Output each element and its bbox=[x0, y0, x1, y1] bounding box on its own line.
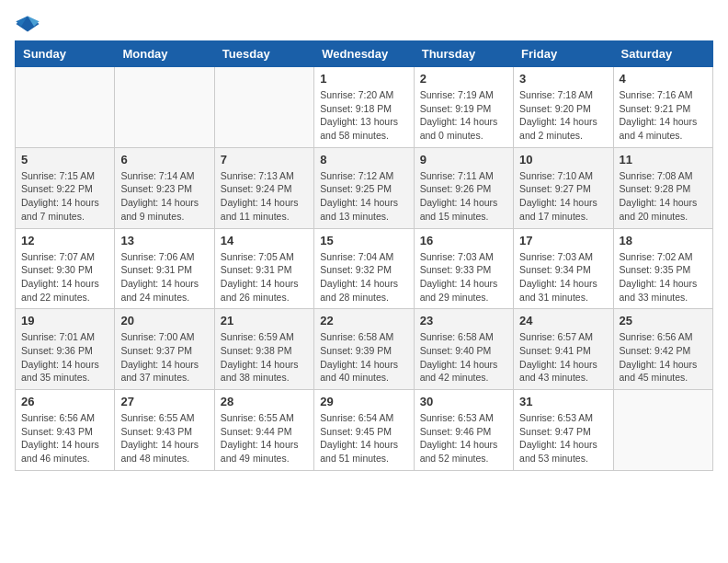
calendar-cell bbox=[16, 67, 115, 148]
day-number: 2 bbox=[420, 72, 507, 86]
day-number: 3 bbox=[519, 72, 607, 86]
calendar-week-row: 26Sunrise: 6:56 AMSunset: 9:43 PMDayligh… bbox=[16, 390, 713, 471]
calendar-cell bbox=[214, 67, 313, 148]
calendar-cell: 3Sunrise: 7:18 AMSunset: 9:20 PMDaylight… bbox=[514, 67, 613, 148]
day-number: 8 bbox=[320, 153, 407, 167]
calendar-header-tuesday: Tuesday bbox=[214, 41, 313, 67]
calendar-cell: 31Sunrise: 6:53 AMSunset: 9:47 PMDayligh… bbox=[514, 390, 613, 471]
day-info: Sunrise: 7:11 AMSunset: 9:26 PMDaylight:… bbox=[420, 169, 507, 224]
day-number: 23 bbox=[420, 314, 507, 327]
calendar-cell: 6Sunrise: 7:14 AMSunset: 9:23 PMDaylight… bbox=[115, 147, 214, 228]
day-number: 10 bbox=[519, 153, 607, 167]
calendar-cell: 5Sunrise: 7:15 AMSunset: 9:22 PMDaylight… bbox=[16, 147, 115, 228]
calendar-cell: 24Sunrise: 6:57 AMSunset: 9:41 PMDayligh… bbox=[514, 309, 613, 390]
day-number: 12 bbox=[21, 234, 108, 247]
day-number: 7 bbox=[221, 153, 308, 167]
calendar-cell: 18Sunrise: 7:02 AMSunset: 9:35 PMDayligh… bbox=[613, 228, 712, 309]
day-info: Sunrise: 7:02 AMSunset: 9:35 PMDaylight:… bbox=[620, 250, 707, 304]
day-number: 26 bbox=[21, 395, 108, 408]
day-number: 29 bbox=[320, 395, 407, 408]
calendar-header-sunday: Sunday bbox=[16, 41, 115, 67]
calendar-cell: 25Sunrise: 6:56 AMSunset: 9:42 PMDayligh… bbox=[613, 309, 712, 390]
day-number: 16 bbox=[420, 234, 507, 247]
day-number: 17 bbox=[519, 234, 607, 247]
day-number: 28 bbox=[221, 395, 308, 408]
day-number: 18 bbox=[620, 234, 707, 247]
day-number: 30 bbox=[420, 395, 507, 408]
day-info: Sunrise: 6:55 AMSunset: 9:43 PMDaylight:… bbox=[120, 411, 208, 465]
calendar-header-wednesday: Wednesday bbox=[314, 41, 414, 67]
day-info: Sunrise: 7:14 AMSunset: 9:23 PMDaylight:… bbox=[120, 169, 208, 224]
day-info: Sunrise: 7:06 AMSunset: 9:31 PMDaylight:… bbox=[120, 250, 208, 304]
day-number: 4 bbox=[620, 72, 707, 86]
calendar-week-row: 12Sunrise: 7:07 AMSunset: 9:30 PMDayligh… bbox=[16, 228, 713, 309]
logo-icon bbox=[15, 15, 40, 33]
day-info: Sunrise: 7:15 AMSunset: 9:22 PMDaylight:… bbox=[21, 169, 108, 224]
day-info: Sunrise: 7:12 AMSunset: 9:25 PMDaylight:… bbox=[320, 169, 407, 224]
day-info: Sunrise: 7:04 AMSunset: 9:32 PMDaylight:… bbox=[320, 250, 407, 304]
calendar-cell: 28Sunrise: 6:55 AMSunset: 9:44 PMDayligh… bbox=[214, 390, 313, 471]
calendar-cell: 22Sunrise: 6:58 AMSunset: 9:39 PMDayligh… bbox=[314, 309, 414, 390]
day-info: Sunrise: 7:01 AMSunset: 9:36 PMDaylight:… bbox=[21, 330, 108, 385]
day-info: Sunrise: 7:05 AMSunset: 9:31 PMDaylight:… bbox=[221, 250, 308, 304]
calendar-cell: 20Sunrise: 7:00 AMSunset: 9:37 PMDayligh… bbox=[115, 309, 214, 390]
day-info: Sunrise: 6:56 AMSunset: 9:42 PMDaylight:… bbox=[620, 330, 707, 385]
day-number: 24 bbox=[519, 314, 607, 327]
calendar-week-row: 5Sunrise: 7:15 AMSunset: 9:22 PMDaylight… bbox=[16, 147, 713, 228]
calendar-cell bbox=[115, 67, 214, 148]
day-info: Sunrise: 7:07 AMSunset: 9:30 PMDaylight:… bbox=[21, 250, 108, 304]
day-number: 11 bbox=[620, 153, 707, 167]
day-info: Sunrise: 7:03 AMSunset: 9:33 PMDaylight:… bbox=[420, 250, 507, 304]
day-info: Sunrise: 6:59 AMSunset: 9:38 PMDaylight:… bbox=[221, 330, 308, 385]
day-info: Sunrise: 6:58 AMSunset: 9:40 PMDaylight:… bbox=[420, 330, 507, 385]
calendar-cell: 2Sunrise: 7:19 AMSunset: 9:19 PMDaylight… bbox=[414, 67, 513, 148]
calendar-cell: 17Sunrise: 7:03 AMSunset: 9:34 PMDayligh… bbox=[514, 228, 613, 309]
calendar-cell: 21Sunrise: 6:59 AMSunset: 9:38 PMDayligh… bbox=[214, 309, 313, 390]
day-info: Sunrise: 7:08 AMSunset: 9:28 PMDaylight:… bbox=[620, 169, 707, 224]
calendar-cell: 7Sunrise: 7:13 AMSunset: 9:24 PMDaylight… bbox=[214, 147, 313, 228]
calendar-week-row: 1Sunrise: 7:20 AMSunset: 9:18 PMDaylight… bbox=[16, 67, 713, 148]
day-info: Sunrise: 6:56 AMSunset: 9:43 PMDaylight:… bbox=[21, 411, 108, 465]
calendar-table: SundayMondayTuesdayWednesdayThursdayFrid… bbox=[15, 40, 713, 471]
day-number: 22 bbox=[320, 314, 407, 327]
calendar-cell: 1Sunrise: 7:20 AMSunset: 9:18 PMDaylight… bbox=[314, 67, 414, 148]
day-number: 20 bbox=[120, 314, 208, 327]
calendar-cell: 26Sunrise: 6:56 AMSunset: 9:43 PMDayligh… bbox=[16, 390, 115, 471]
day-number: 27 bbox=[120, 395, 208, 408]
calendar-cell: 16Sunrise: 7:03 AMSunset: 9:33 PMDayligh… bbox=[414, 228, 513, 309]
day-number: 31 bbox=[519, 395, 607, 408]
day-number: 6 bbox=[120, 153, 208, 167]
calendar-cell: 27Sunrise: 6:55 AMSunset: 9:43 PMDayligh… bbox=[115, 390, 214, 471]
day-info: Sunrise: 7:03 AMSunset: 9:34 PMDaylight:… bbox=[519, 250, 607, 304]
day-info: Sunrise: 6:58 AMSunset: 9:39 PMDaylight:… bbox=[320, 330, 407, 385]
calendar-cell: 30Sunrise: 6:53 AMSunset: 9:46 PMDayligh… bbox=[414, 390, 513, 471]
day-number: 9 bbox=[420, 153, 507, 167]
day-number: 1 bbox=[320, 72, 407, 86]
calendar-cell: 11Sunrise: 7:08 AMSunset: 9:28 PMDayligh… bbox=[613, 147, 712, 228]
calendar-cell: 14Sunrise: 7:05 AMSunset: 9:31 PMDayligh… bbox=[214, 228, 313, 309]
calendar-cell bbox=[613, 390, 712, 471]
day-number: 25 bbox=[620, 314, 707, 327]
calendar-header-monday: Monday bbox=[115, 41, 214, 67]
logo bbox=[15, 15, 44, 33]
calendar-cell: 23Sunrise: 6:58 AMSunset: 9:40 PMDayligh… bbox=[414, 309, 513, 390]
calendar-cell: 29Sunrise: 6:54 AMSunset: 9:45 PMDayligh… bbox=[314, 390, 414, 471]
calendar-header-thursday: Thursday bbox=[414, 41, 513, 67]
calendar-header-row: SundayMondayTuesdayWednesdayThursdayFrid… bbox=[16, 41, 713, 67]
page-header bbox=[15, 15, 713, 33]
calendar-cell: 4Sunrise: 7:16 AMSunset: 9:21 PMDaylight… bbox=[613, 67, 712, 148]
day-info: Sunrise: 6:55 AMSunset: 9:44 PMDaylight:… bbox=[221, 411, 308, 465]
calendar-cell: 10Sunrise: 7:10 AMSunset: 9:27 PMDayligh… bbox=[514, 147, 613, 228]
day-info: Sunrise: 6:54 AMSunset: 9:45 PMDaylight:… bbox=[320, 411, 407, 465]
calendar-cell: 19Sunrise: 7:01 AMSunset: 9:36 PMDayligh… bbox=[16, 309, 115, 390]
day-info: Sunrise: 7:19 AMSunset: 9:19 PMDaylight:… bbox=[420, 88, 507, 143]
calendar-cell: 9Sunrise: 7:11 AMSunset: 9:26 PMDaylight… bbox=[414, 147, 513, 228]
day-number: 13 bbox=[120, 234, 208, 247]
day-info: Sunrise: 7:10 AMSunset: 9:27 PMDaylight:… bbox=[519, 169, 607, 224]
day-info: Sunrise: 6:57 AMSunset: 9:41 PMDaylight:… bbox=[519, 330, 607, 385]
day-info: Sunrise: 7:20 AMSunset: 9:18 PMDaylight:… bbox=[320, 88, 407, 143]
calendar-cell: 15Sunrise: 7:04 AMSunset: 9:32 PMDayligh… bbox=[314, 228, 414, 309]
calendar-cell: 12Sunrise: 7:07 AMSunset: 9:30 PMDayligh… bbox=[16, 228, 115, 309]
day-info: Sunrise: 7:18 AMSunset: 9:20 PMDaylight:… bbox=[519, 88, 607, 143]
calendar-header-friday: Friday bbox=[514, 41, 613, 67]
